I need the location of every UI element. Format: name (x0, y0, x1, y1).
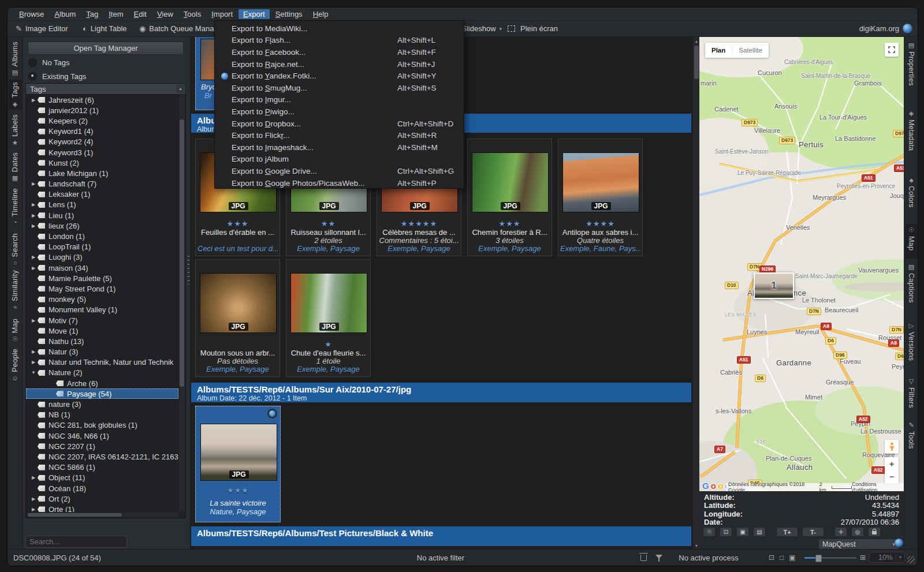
tag-row[interactable]: ▶ Motiv (7) (26, 315, 178, 326)
expander-icon[interactable]: ▶ (29, 181, 38, 186)
rating-stars[interactable]: ★★★★★ (377, 219, 461, 227)
thumbnail-card[interactable]: JPG ★★★ Chemin forestier à R... 3 étoile… (467, 139, 552, 256)
expander-icon[interactable]: ▶ (29, 98, 38, 103)
pegman-button[interactable] (885, 440, 899, 454)
expander-icon[interactable]: ▶ (29, 475, 38, 480)
tag-row[interactable]: Keyword3 (1) (26, 147, 178, 158)
view-mode-icon[interactable]: ⊡ (769, 554, 774, 562)
menu-item[interactable]: Tools (179, 9, 206, 19)
map-toolbar-button[interactable]: T- (802, 527, 824, 537)
view-mode-icon[interactable]: ▣ (789, 554, 795, 562)
tag-row[interactable]: Arche (6) (26, 378, 178, 388)
right-sidebar-tab[interactable]: ♣ Colors (905, 174, 918, 222)
tag-row[interactable]: Leksaker (1) (26, 189, 178, 200)
rating-stars[interactable]: ★★★ (468, 219, 552, 227)
menu-item[interactable]: Browse (14, 9, 49, 19)
export-menu-item[interactable]: Export to MediaWiki... (215, 23, 464, 35)
expander-icon[interactable]: ▶ (29, 266, 38, 271)
lock-button[interactable] (868, 527, 881, 537)
export-menu-item[interactable]: Export to Dropbox... Ctrl+Alt+Shift+D (215, 118, 464, 130)
toolbar-button[interactable]: ✎ Image Editor (16, 21, 72, 36)
map-provider-select[interactable]: MapQuest ▾ (818, 539, 899, 549)
right-sidebar-tab[interactable]: ◈ Metadata (905, 107, 918, 172)
expander-icon[interactable]: ▶ (29, 349, 38, 354)
expander-icon[interactable]: ▶ (29, 507, 38, 512)
tag-row[interactable]: ▶ lieux (26) (26, 220, 178, 231)
expander-icon[interactable]: ▶ (29, 360, 38, 365)
tag-row[interactable]: NGC 5866 (1) (26, 462, 178, 473)
tag-row[interactable]: Keepers (2) (26, 115, 178, 126)
left-sidebar-tab[interactable]: People ☺ (8, 346, 22, 381)
map-type-plan-button[interactable]: Plan (705, 47, 732, 54)
map-toolbar-button[interactable]: ☉ (703, 527, 716, 537)
expander-icon[interactable]: ▶ (29, 213, 38, 218)
export-menu-item[interactable]: Export to Piwigo... (215, 106, 464, 118)
map-type-satellite-button[interactable]: Satellite (732, 47, 769, 54)
expander-icon[interactable]: ▶ (29, 202, 38, 207)
expander-icon[interactable]: ▶ (29, 318, 38, 323)
thumbnail-card[interactable]: JPG ★★★★ Antilope aux sabres i... Quatre… (558, 139, 643, 256)
tree-horizontal-scrollbar[interactable] (27, 513, 178, 517)
tag-row[interactable]: London (1) (26, 231, 178, 241)
map-toolbar-button[interactable]: ◎ (851, 527, 864, 537)
map-toolbar-button[interactable]: ▤ (753, 527, 766, 537)
trash-icon[interactable] (640, 555, 647, 561)
tag-row[interactable]: monkey (5) (26, 294, 178, 305)
export-menu-item[interactable]: Export to Yandex.Fotki... Alt+Shift+Y (215, 70, 464, 82)
left-sidebar-tab[interactable]: Albums ▤ (8, 39, 22, 77)
tag-row[interactable]: ▶ Luoghi (3) (26, 252, 178, 263)
tag-row[interactable]: ▶ Jahreszeit (6) (26, 95, 178, 105)
rating-stars[interactable]: ★★ (286, 219, 370, 227)
resize-grip[interactable] (907, 556, 915, 563)
rating-stars[interactable]: ★ (286, 340, 370, 348)
menu-item[interactable]: Album (50, 9, 80, 19)
tag-row[interactable]: Move (1) (26, 326, 178, 336)
toolbar-button[interactable]: ◐ Light Table (83, 21, 131, 36)
right-sidebar-tab[interactable]: ▷ Versions (905, 320, 918, 373)
map-toolbar-button[interactable]: ⊡ (720, 527, 732, 537)
menu-item[interactable]: View (152, 9, 178, 19)
thumbnail-card[interactable]: JPG Mouton sous un arbr... Pas détoiles … (195, 259, 280, 377)
zoom-slider[interactable] (804, 557, 856, 559)
export-menu-item[interactable]: Export to Flash... Alt+Shift+L (215, 35, 464, 47)
map-toolbar-button[interactable]: ✛ (834, 527, 847, 537)
export-menu-item[interactable]: Export to jAlbum (215, 154, 464, 166)
left-sidebar-tab[interactable]: Timeline ◔ (8, 186, 22, 229)
expander-icon[interactable]: ▶ (29, 255, 38, 260)
export-menu-item[interactable]: Export to Facebook... Alt+Shift+F (215, 46, 464, 58)
tag-row[interactable]: ▶ Natur (3) (26, 347, 178, 357)
left-sidebar-tab[interactable]: Dates ▦ (8, 150, 22, 184)
menu-item[interactable]: Export (239, 9, 270, 19)
tag-row[interactable]: ▶ Lieu (1) (26, 210, 178, 220)
export-menu-item[interactable]: Export to Imageshack... Alt+Shift+M (215, 141, 464, 154)
no-tags-radio[interactable]: No Tags (28, 58, 69, 67)
thumbnail-card[interactable]: JPG ★ Chute d'eau fleurie s... 1 étoile … (286, 259, 371, 377)
tag-row[interactable]: Paysage (54) (26, 388, 178, 399)
menu-item[interactable]: Settings (271, 9, 307, 19)
tag-row[interactable]: LoopTrail (1) (26, 242, 178, 252)
right-sidebar-tab[interactable]: ✎ Tools (905, 419, 918, 456)
menu-item[interactable]: Import (207, 9, 237, 19)
tag-row[interactable]: Lake Michigan (1) (26, 168, 178, 178)
rating-stars[interactable]: ★★★ (196, 219, 280, 227)
tags-tree-header[interactable]: Tags ▲ (26, 84, 185, 95)
zoom-percent-select[interactable]: 10% ▾ (869, 552, 905, 563)
tag-row[interactable]: ▶ Orte (1) (26, 504, 178, 512)
rating-stars[interactable]: ★★★★ (558, 219, 642, 227)
expander-icon[interactable]: ▶ (29, 223, 38, 229)
toolbar-button[interactable]: Plein écran (517, 21, 561, 36)
export-menu-item[interactable]: Export to Google Photos/PicasaWeb... Alt… (215, 177, 464, 189)
fit-window-icon[interactable]: ⊞ (860, 554, 866, 562)
right-sidebar-tab[interactable]: ▤ Properties (905, 39, 918, 105)
tag-row[interactable]: ▶ maison (34) (26, 263, 178, 273)
tag-row[interactable]: Océan (18) (26, 483, 178, 494)
menu-item[interactable]: Edit (129, 9, 151, 19)
left-sidebar-tab[interactable]: Tags ◈ (8, 80, 22, 110)
right-sidebar-tab[interactable]: ☉ Map (905, 224, 918, 259)
left-sidebar-tab[interactable]: Search ○ (8, 231, 22, 266)
right-sidebar-tab[interactable]: ▽ Filters (905, 375, 918, 417)
scrollbar-thumb[interactable] (694, 46, 699, 79)
open-tag-manager-button[interactable]: Open Tag Manager (28, 42, 184, 55)
menu-item[interactable]: Help (308, 9, 333, 19)
export-menu-item[interactable]: Export to Rajce.net... Alt+Shift+J (215, 58, 464, 70)
